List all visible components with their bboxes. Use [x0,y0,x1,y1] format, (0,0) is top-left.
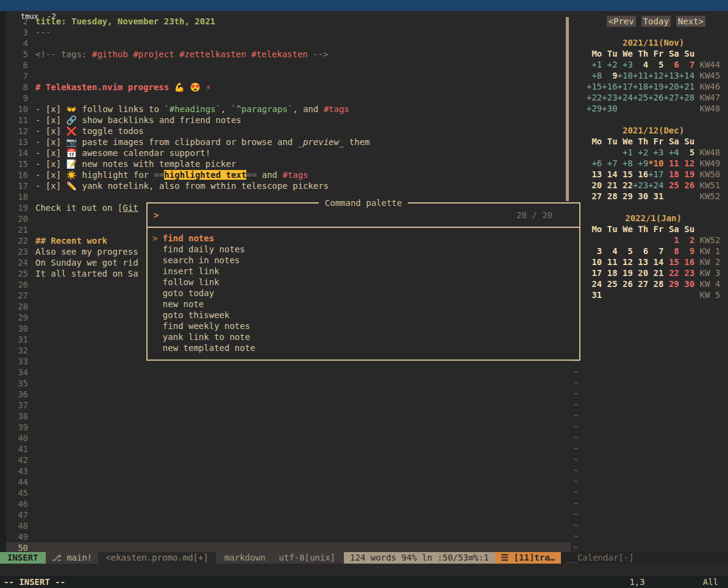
calendar-day[interactable]: 8 [663,246,679,256]
calendar-day[interactable]: +22 [587,93,602,102]
calendar-day[interactable]: 16 [633,169,648,179]
editor-line-42[interactable]: 42 [0,455,571,466]
calendar-day[interactable]: 13 [633,257,648,267]
calendar-day[interactable]: 14 [648,257,663,267]
calendar-day[interactable]: +2 [602,60,617,69]
calendar-day[interactable]: 29 [663,279,679,289]
calendar-day[interactable]: 23 [679,268,694,278]
editor-line-48[interactable]: 48 [0,520,571,531]
editor-line-45[interactable]: 45 [0,487,571,498]
calendar-day[interactable]: 25 [663,180,679,190]
calendar-day[interactable]: +23 [633,180,648,190]
calendar-day[interactable]: 29 [618,191,633,201]
calendar-day[interactable]: +8 [587,71,602,80]
calendar-day[interactable]: 26 [618,279,633,289]
editor-line-49[interactable]: 49 [0,531,571,542]
calendar-day[interactable]: 9 [679,246,694,256]
calendar-day[interactable]: +27 [663,93,679,102]
calendar-day[interactable]: +9 [633,158,648,168]
editor-line-7[interactable]: 7 [0,71,571,82]
calendar-day[interactable]: 30 [679,279,694,289]
calendar-day[interactable]: *10 [648,158,663,168]
editor-line-39[interactable]: 39 [0,422,571,433]
command-line[interactable]: :lua require('telekasten').panel() [0,564,728,576]
palette-item[interactable]: new templated note [148,342,579,353]
calendar-day[interactable]: +13 [663,71,679,80]
calendar-day[interactable]: +20 [663,82,679,91]
calendar-day[interactable]: 19 [679,169,694,179]
calendar-day[interactable]: +14 [679,71,694,80]
calendar-day[interactable]: 16 [679,257,694,267]
calendar-day[interactable]: 5 [618,246,633,256]
calendar-day[interactable]: 28 [648,279,663,289]
palette-item[interactable]: search in notes [148,255,579,266]
editor-line-38[interactable]: 38 [0,411,571,422]
editor-line-13[interactable]: 13- [x] 📷 paste images from clipboard or… [0,136,571,147]
calendar-prev-button[interactable]: <Prev [607,16,636,27]
calendar-day[interactable]: 27 [587,191,602,201]
calendar-day[interactable]: 5 [648,60,663,69]
calendar-day[interactable]: +1 [618,147,633,157]
calendar-next-button[interactable]: Next> [676,16,705,27]
calendar-day[interactable]: 6 [663,60,679,69]
editor-line-9[interactable]: 9 [0,93,571,104]
calendar-day[interactable]: 30 [633,191,648,201]
editor-line-14[interactable]: 14- [x] 📅 awesome calendar support! [0,147,571,158]
palette-item[interactable]: find daily notes [148,244,579,255]
calendar-day[interactable]: 22 [618,180,633,190]
editor-line-47[interactable]: 47 [0,509,571,520]
calendar-day[interactable]: +26 [648,93,663,102]
calendar-day[interactable]: +11 [633,71,648,80]
calendar-day[interactable]: +1 [587,60,602,69]
calendar-day[interactable]: +23 [602,93,617,102]
calendar-day[interactable]: 2 [679,235,694,245]
editor-line-44[interactable]: 44 [0,476,571,487]
palette-item[interactable]: yank link to note [148,331,579,342]
calendar-day[interactable]: +29 [587,104,602,113]
calendar-day[interactable]: 7 [679,60,694,69]
calendar-day[interactable]: 1 [663,235,679,245]
calendar-day[interactable]: 15 [663,257,679,267]
editor-line-4[interactable]: 4 [0,38,571,49]
editor-line-11[interactable]: 11- [x] 🔗 show backlinks and friend note… [0,115,571,126]
editor-line-46[interactable]: 46 [0,498,571,509]
scrollbar[interactable] [566,17,569,201]
calendar-day[interactable]: 26 [679,180,694,190]
calendar-day[interactable]: +24 [648,180,663,190]
calendar-day[interactable]: 22 [663,268,679,278]
calendar-day[interactable]: +15 [587,82,602,91]
calendar-day[interactable]: +25 [633,93,648,102]
editor-line-34[interactable]: 34 [0,367,571,378]
calendar-day[interactable]: +16 [602,82,617,91]
calendar-day[interactable]: 9 [602,71,617,80]
editor-line-12[interactable]: 12- [x] ❌ toggle todos [0,126,571,136]
editor-line-2[interactable]: 2title: Tuesday, November 23th, 2021 [0,16,571,27]
palette-item[interactable]: > find notes [148,233,579,244]
calendar-day[interactable]: 10 [587,257,602,267]
calendar-day[interactable]: +8 [618,158,633,168]
palette-item[interactable]: find weekly notes [148,321,579,331]
editor-line-16[interactable]: 16- [x] ☀️ highlight for ==highlighted t… [0,169,571,180]
calendar-day[interactable]: 15 [618,169,633,179]
editor-line-37[interactable]: 37 [0,400,571,411]
calendar-day[interactable]: +30 [602,104,617,113]
calendar-day[interactable]: 5 [679,147,694,157]
calendar-day[interactable]: +4 [663,147,679,157]
buffer-tabs[interactable]: ☰ [11]tra… [495,552,561,564]
calendar-day[interactable]: 11 [663,158,679,168]
calendar-day[interactable]: 20 [587,180,602,190]
calendar-day[interactable]: 18 [602,268,617,278]
calendar-day[interactable]: +3 [618,60,633,69]
calendar-day[interactable]: 25 [602,279,617,289]
editor-line-18[interactable]: 18 [0,191,571,202]
calendar-day[interactable]: +3 [648,147,663,157]
calendar-day[interactable]: 13 [587,169,602,179]
palette-item[interactable]: new note [148,299,579,310]
calendar-day[interactable]: 21 [648,268,663,278]
calendar-day[interactable]: 6 [633,246,648,256]
calendar-day[interactable]: +2 [633,147,648,157]
palette-item[interactable]: goto thisweek [148,310,579,321]
calendar-day[interactable]: +12 [648,71,663,80]
calendar-day[interactable]: +7 [602,158,617,168]
palette-item[interactable]: goto today [148,288,579,299]
